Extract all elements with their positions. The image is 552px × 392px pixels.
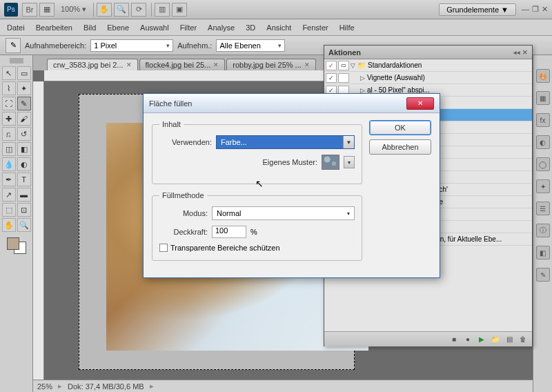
action-dialog-toggle[interactable] [338,61,349,70]
cancel-button[interactable]: Abbrechen [369,139,431,155]
hand-tool[interactable]: ✋ [2,218,16,232]
tab-2[interactable]: robby.jpg bei 25% ...✕ [226,59,315,70]
disclosure-icon[interactable]: ▷ [360,75,365,81]
disclosure-icon[interactable]: ▽ [351,62,355,69]
pattern-dropdown[interactable]: ▾ [344,156,355,168]
path-tool[interactable]: ↗ [2,188,16,202]
tab-0[interactable]: crw_3583.jpg bei 2...✕ [47,59,138,70]
disclosure-icon[interactable]: ▷ [360,87,365,94]
hand-tool-button[interactable]: ✋ [97,3,112,17]
action-checkbox[interactable] [326,73,337,83]
use-select[interactable]: Farbe...▼ [216,135,355,149]
history-brush-tool[interactable]: ↺ [17,127,31,141]
shape-tool[interactable]: ▬ [17,188,31,202]
screen-mode-button[interactable]: ▣ [172,3,187,17]
info-panel-icon[interactable]: ⓘ [536,224,550,237]
workspace-switcher[interactable]: Grundelemente ▼ [439,3,516,16]
toolbox-grip-icon[interactable] [10,58,23,63]
panel-menu-icon[interactable]: ◂◂ ✕ [513,49,528,56]
3d-tool[interactable]: ⬚ [2,203,16,217]
menu-select[interactable]: Auswahl [140,23,169,32]
layers-panel-icon[interactable]: ☰ [536,202,550,215]
type-tool[interactable]: T [17,173,31,186]
menu-analysis[interactable]: Analyse [208,23,235,32]
bridge-button[interactable]: Br [22,3,37,17]
color-swatches[interactable] [7,237,26,254]
action-dialog-toggle[interactable] [338,73,349,83]
ok-button[interactable]: OK [369,120,431,135]
eyedropper-icon[interactable]: ✎ [6,38,21,53]
play-button[interactable]: ▶ [477,335,486,344]
new-action-button[interactable]: ▤ [504,335,514,344]
channels-panel-icon[interactable]: ◧ [536,246,550,259]
menu-file[interactable]: Datei [7,23,25,32]
marquee-tool[interactable]: ▭ [17,66,31,80]
delete-button[interactable]: 🗑 [518,335,528,344]
menu-view[interactable]: Ansicht [266,23,291,32]
close-icon[interactable]: ✕ [304,61,310,68]
sample-size-select[interactable]: 1 Pixel [90,39,173,52]
zoom-level[interactable]: 100% ▾ [61,5,86,14]
record-button[interactable]: ● [463,335,473,344]
styles-panel-icon[interactable]: fx [536,113,550,127]
arrange-button[interactable]: ▥ [155,3,170,17]
zoom-tool[interactable]: 🔍 [17,218,31,232]
status-zoom[interactable]: 25% [37,382,52,391]
opacity-input[interactable]: 100 [212,226,246,238]
zoom-tool-button[interactable]: 🔍 [114,3,129,17]
dialog-close-button[interactable]: ✕ [406,97,434,110]
minimize-button[interactable]: — [522,5,529,14]
menu-edit[interactable]: Bearbeiten [36,23,72,32]
swatches-panel-icon[interactable]: ▦ [536,91,550,105]
lasso-tool[interactable]: ⌇ [2,81,16,95]
menu-help[interactable]: Hilfe [339,23,355,32]
stop-button[interactable]: ■ [449,335,459,344]
dodge-tool[interactable]: ◐ [17,157,31,171]
adjustments-panel-icon[interactable]: ◐ [536,135,550,149]
masks-panel-icon[interactable]: ◯ [536,157,550,171]
preserve-transparency-checkbox[interactable]: Transparente Bereiche schützen [159,244,355,252]
eraser-tool[interactable]: ◫ [2,142,16,156]
menu-3d[interactable]: 3D [246,23,255,32]
tab-1[interactable]: flocke4.jpg bei 25...✕ [139,59,226,70]
pen-tool[interactable]: ✒ [2,173,16,186]
menu-layer[interactable]: Ebene [107,23,129,32]
restore-button[interactable]: ❐ [532,5,539,14]
menu-window[interactable]: Fenster [302,23,328,32]
close-button[interactable]: ✕ [542,5,548,14]
paths-panel-icon[interactable]: ✎ [536,268,550,282]
pattern-thumbnail[interactable] [322,155,339,170]
panel-header[interactable]: Aktionen ◂◂ ✕ [324,46,532,59]
action-checkbox[interactable] [326,61,337,70]
ruler-vertical[interactable] [33,81,44,380]
fill-dialog: Fläche füllen ✕ Inhalt Verwenden: Farbe.… [143,93,440,278]
brush-tool[interactable]: 🖌 [17,112,31,126]
blur-tool[interactable]: 💧 [2,157,16,171]
close-icon[interactable]: ✕ [213,61,219,68]
crop-tool[interactable]: ⛶ [2,97,16,110]
action-row[interactable]: ▷Vignette (Auswahl) [324,72,532,84]
dialog-titlebar[interactable]: Fläche füllen ✕ [144,94,440,113]
actions-footer: ■ ● ▶ 📁 ▤ 🗑 [324,331,532,346]
action-row[interactable]: ▽📁Standardaktionen [324,59,532,72]
sample-layers-select[interactable]: Alle Ebenen [216,39,285,52]
mode-select[interactable]: Normal▾ [212,206,355,220]
menu-image[interactable]: Bild [83,23,96,32]
color-panel-icon[interactable]: 🎨 [536,69,550,83]
eyedropper-tool[interactable]: ✎ [17,97,31,110]
menu-bar: Datei Bearbeiten Bild Ebene Auswahl Filt… [0,19,552,36]
sample-layers-label: Aufnehm.: [177,41,212,50]
3d-camera-tool[interactable]: ⊡ [17,203,31,217]
rotate-button[interactable]: ⟳ [131,3,146,17]
stamp-tool[interactable]: ⎌ [2,127,16,141]
new-set-button[interactable]: 📁 [491,335,500,344]
navigator-panel-icon[interactable]: ✦ [536,179,550,193]
heal-tool[interactable]: ✚ [2,112,16,126]
wand-tool[interactable]: ✦ [17,81,31,95]
status-doc-size[interactable]: Dok: 37,4 MB/30,6 MB [68,382,144,391]
close-icon[interactable]: ✕ [126,61,132,68]
gradient-tool[interactable]: ◧ [17,142,31,156]
menu-filter[interactable]: Filter [180,23,197,32]
mini-bridge-button[interactable]: ▦ [39,3,55,17]
move-tool[interactable]: ↖ [2,66,16,80]
